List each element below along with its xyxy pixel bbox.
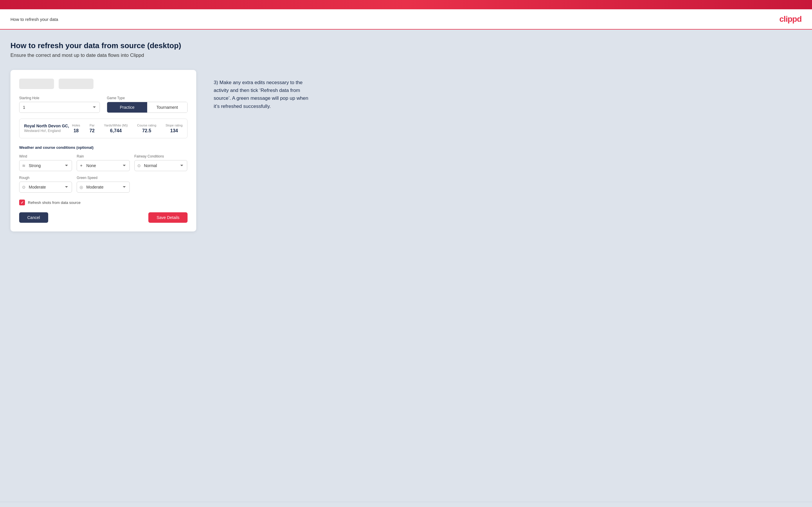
yards-value: 6,744 <box>104 128 128 133</box>
par-value: 72 <box>89 128 95 133</box>
green-speed-label: Green Speed <box>77 176 130 180</box>
rough-label: Rough <box>19 176 72 180</box>
header: How to refresh your data clippd <box>0 9 812 30</box>
green-speed-select-wrapper: ◎ Moderate <box>77 181 130 192</box>
hole-gametype-row: Starting Hole 1 Game Type Practice Tourn… <box>19 96 188 113</box>
fairway-select[interactable]: Normal <box>135 160 187 171</box>
fairway-group: Fairway Conditions ⊙ Normal <box>135 154 187 171</box>
game-type-group: Game Type Practice Tournament <box>107 96 188 113</box>
card-top-tabs <box>19 78 188 89</box>
course-name: Royal North Devon GC, <box>24 123 69 128</box>
starting-hole-select[interactable]: 1 <box>19 102 100 113</box>
rough-select-wrapper: ⊙ Moderate <box>19 181 72 192</box>
slope-rating-value: 134 <box>165 128 183 133</box>
practice-button[interactable]: Practice <box>107 102 147 113</box>
par-label: Par <box>89 123 95 127</box>
holes-stat: Holes 18 <box>72 123 80 133</box>
holes-value: 18 <box>72 128 80 133</box>
card-tab-1 <box>19 78 54 89</box>
refresh-checkbox[interactable]: ✓ <box>19 200 25 205</box>
wind-group: Wind ≋ Strong <box>19 154 72 171</box>
checkmark-icon: ✓ <box>20 201 24 205</box>
wind-select[interactable]: Strong <box>19 160 72 171</box>
rain-label: Rain <box>77 154 130 158</box>
rain-select-wrapper: ✦ None <box>77 160 130 171</box>
yards-label: Yards/White (M)) <box>104 123 128 127</box>
form-card: Starting Hole 1 Game Type Practice Tourn… <box>10 70 196 231</box>
starting-hole-group: Starting Hole 1 <box>19 96 100 113</box>
refresh-checkbox-label: Refresh shots from data source <box>28 201 81 205</box>
fairway-select-wrapper: ⊙ Normal <box>135 160 187 171</box>
game-type-label: Game Type <box>107 96 188 100</box>
save-button[interactable]: Save Details <box>148 212 188 223</box>
top-bar <box>0 0 812 9</box>
rough-group: Rough ⊙ Moderate <box>19 176 72 192</box>
course-info: Royal North Devon GC, Westward Ho!, Engl… <box>24 123 69 133</box>
slope-rating-stat: Slope rating 134 <box>165 123 183 133</box>
conditions-section-title: Weather and course conditions (optional) <box>19 145 188 150</box>
wind-select-wrapper: ≋ Strong <box>19 160 72 171</box>
page-breadcrumb: How to refresh your data <box>10 17 58 22</box>
fairway-label: Fairway Conditions <box>135 154 187 158</box>
wind-label: Wind <box>19 154 72 158</box>
slope-rating-label: Slope rating <box>165 123 183 127</box>
holes-label: Holes <box>72 123 80 127</box>
course-stats: Holes 18 Par 72 Yards/White (M)) 6,744 <box>72 123 183 133</box>
footer: Copyright Clippd 2022 <box>0 502 812 507</box>
page-title: How to refresh your data from source (de… <box>10 41 802 50</box>
conditions-grid: Wind ≋ Strong Rain ✦ None <box>19 154 188 192</box>
green-speed-select[interactable]: Moderate <box>77 181 130 192</box>
game-type-buttons: Practice Tournament <box>107 102 188 113</box>
rain-select[interactable]: None <box>77 160 130 171</box>
course-location: Westward Ho!, England <box>24 129 69 133</box>
description-text: 3) Make any extra edits necessary to the… <box>214 78 312 110</box>
content-grid: Starting Hole 1 Game Type Practice Tourn… <box>10 70 802 231</box>
course-rating-stat: Course rating 72.5 <box>137 123 156 133</box>
course-card: Royal North Devon GC, Westward Ho!, Engl… <box>19 119 188 138</box>
page-subheading: Ensure the correct and most up to date d… <box>10 53 802 58</box>
yards-stat: Yards/White (M)) 6,744 <box>104 123 128 133</box>
main-content: How to refresh your data from source (de… <box>0 30 812 502</box>
rough-select[interactable]: Moderate <box>19 181 72 192</box>
starting-hole-label: Starting Hole <box>19 96 100 100</box>
description-panel: 3) Make any extra edits necessary to the… <box>214 70 312 110</box>
green-speed-group: Green Speed ◎ Moderate <box>77 176 130 192</box>
refresh-checkbox-row[interactable]: ✓ Refresh shots from data source <box>19 200 188 205</box>
card-tab-2 <box>59 78 94 89</box>
cancel-button[interactable]: Cancel <box>19 212 48 223</box>
clippd-logo: clippd <box>779 14 802 24</box>
rain-group: Rain ✦ None <box>77 154 130 171</box>
course-rating-value: 72.5 <box>137 128 156 133</box>
course-rating-label: Course rating <box>137 123 156 127</box>
par-stat: Par 72 <box>89 123 95 133</box>
button-row: Cancel Save Details <box>19 212 188 223</box>
tournament-button[interactable]: Tournament <box>147 102 187 113</box>
course-header: Royal North Devon GC, Westward Ho!, Engl… <box>24 123 183 133</box>
